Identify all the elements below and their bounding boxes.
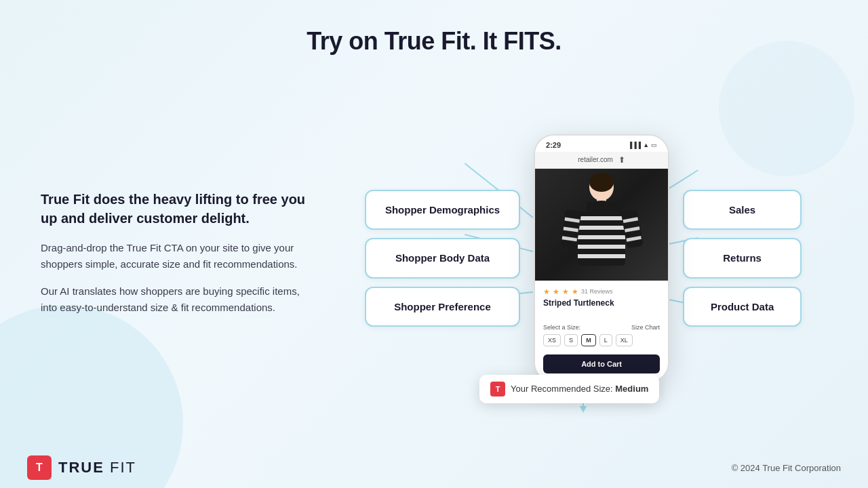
left-text-section: True Fit does the heavy lifting to free … — [41, 190, 326, 327]
wifi-icon: ▲ — [643, 142, 649, 148]
add-to-cart-button[interactable]: Add to Cart — [543, 354, 660, 373]
page-container: Try on True Fit. It FITS. True Fit does … — [0, 0, 868, 488]
returns-box: Returns — [683, 238, 802, 279]
headline: True Fit does the heavy lifting to free … — [41, 190, 312, 228]
svg-point-9 — [589, 173, 614, 192]
logo-icon: T — [27, 455, 52, 480]
input-boxes: Shopper Demographics Shopper Body Data S… — [365, 190, 520, 327]
phone-url: retailer.com — [578, 156, 613, 163]
logo: T TRUE FIT — [27, 455, 136, 480]
product-data-box: Product Data — [683, 287, 802, 327]
phone-mockup: 2:29 ▐▐▐ ▲ ▭ retailer.com ⬆ — [534, 134, 669, 383]
diagram-area: Shopper Demographics Shopper Body Data S… — [339, 96, 827, 421]
rec-prefix: Your Recommended Size: — [511, 384, 613, 394]
phone-browser-bar: retailer.com ⬆ — [535, 152, 668, 169]
svg-marker-7 — [580, 406, 587, 413]
header: Try on True Fit. It FITS. — [0, 0, 868, 69]
phone-stars: ★ ★ ★ ★ 31 Reviews — [543, 287, 660, 296]
size-s[interactable]: S — [564, 334, 578, 346]
star-4: ★ — [572, 287, 578, 296]
product-image-svg — [557, 172, 646, 277]
phone-product-info: ★ ★ ★ ★ 31 Reviews Striped Turtleneck — [535, 281, 668, 320]
copyright: © 2024 True Fit Corporation — [732, 463, 841, 473]
recommendation-banner: T Your Recommended Size: Medium — [479, 375, 659, 403]
page-title: Try on True Fit. It FITS. — [0, 27, 868, 56]
main-content: True Fit does the heavy lifting to free … — [0, 69, 868, 447]
share-icon: ⬆ — [618, 155, 625, 165]
battery-icon: ▭ — [651, 142, 657, 148]
svg-rect-14 — [578, 216, 625, 220]
shopper-preference-box: Shopper Preference — [365, 287, 520, 327]
footer: T TRUE FIT © 2024 True Fit Corporation — [0, 447, 868, 488]
svg-rect-16 — [578, 235, 625, 239]
star-2: ★ — [553, 287, 559, 296]
product-image — [535, 169, 668, 281]
shopper-body-data-box: Shopper Body Data — [365, 238, 520, 279]
truefit-logo-small: T — [490, 382, 505, 396]
phone-status-bar: 2:29 ▐▐▐ ▲ ▭ — [535, 136, 668, 152]
svg-rect-15 — [578, 226, 625, 230]
shopper-demographics-box: Shopper Demographics — [365, 190, 520, 230]
signal-icon: ▐▐▐ — [628, 142, 641, 148]
size-l[interactable]: L — [599, 334, 612, 346]
size-xs[interactable]: XS — [543, 334, 561, 346]
review-count: 31 Reviews — [581, 288, 613, 295]
size-chart-link: Size Chart — [631, 324, 660, 331]
phone-size-section: Select a Size: Size Chart XS S M L XL — [535, 320, 668, 349]
size-xl[interactable]: XL — [616, 334, 633, 346]
svg-rect-18 — [578, 254, 625, 258]
output-boxes: Sales Returns Product Data — [683, 190, 802, 327]
size-m[interactable]: M — [581, 334, 596, 346]
phone-status-icons: ▐▐▐ ▲ ▭ — [628, 142, 657, 148]
body-text-2: Our AI translates how shoppers are buyin… — [41, 283, 312, 316]
size-buttons: XS S M L XL — [543, 334, 660, 346]
svg-rect-17 — [578, 245, 625, 249]
star-1: ★ — [543, 287, 550, 296]
recommendation-text: Your Recommended Size: Medium — [511, 384, 648, 394]
phone-time: 2:29 — [546, 141, 561, 149]
size-header: Select a Size: Size Chart — [543, 324, 660, 331]
phone-mockup-container: 2:29 ▐▐▐ ▲ ▭ retailer.com ⬆ — [534, 134, 669, 383]
star-3: ★ — [562, 287, 569, 296]
size-label: Select a Size: — [543, 324, 580, 331]
body-text-1: Drag-and-drop the True Fit CTA on your s… — [41, 240, 312, 272]
product-name: Striped Turtleneck — [543, 298, 660, 308]
sales-box: Sales — [683, 190, 802, 230]
rec-size: Medium — [615, 384, 648, 394]
logo-text: TRUE FIT — [58, 459, 136, 476]
